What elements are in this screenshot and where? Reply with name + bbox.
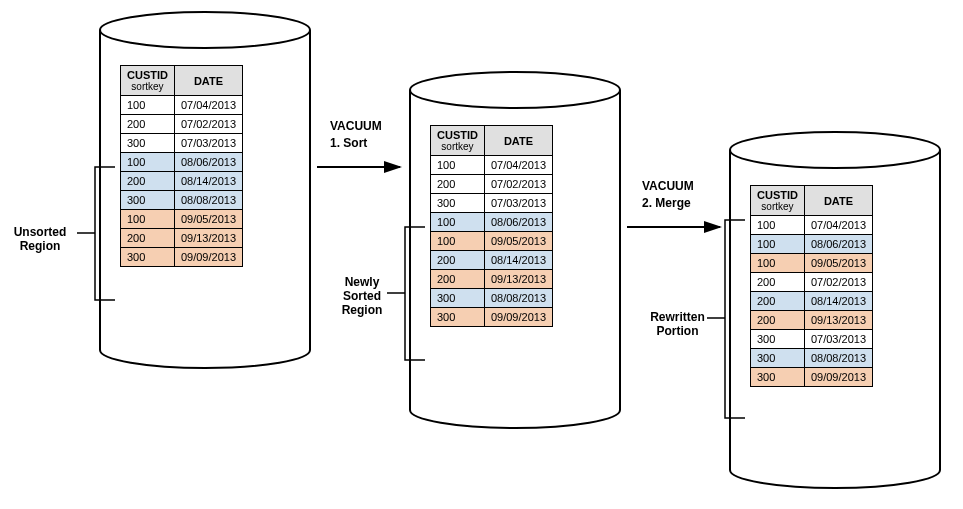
table-before: CUSTIDsortkey DATE 10007/04/201320007/02… <box>120 65 243 267</box>
table-row: 10009/05/2013 <box>431 232 553 251</box>
cell-custid: 300 <box>751 349 805 368</box>
cell-custid: 100 <box>431 232 485 251</box>
cell-date: 07/04/2013 <box>484 156 552 175</box>
table-row: 20008/14/2013 <box>121 172 243 191</box>
cell-date: 09/05/2013 <box>484 232 552 251</box>
table-row: 20008/14/2013 <box>751 292 873 311</box>
cell-date: 09/13/2013 <box>804 311 872 330</box>
table-row: 30007/03/2013 <box>431 194 553 213</box>
cell-date: 08/14/2013 <box>484 251 552 270</box>
cell-custid: 200 <box>121 172 175 191</box>
cell-date: 09/09/2013 <box>174 248 242 267</box>
cell-date: 08/08/2013 <box>174 191 242 210</box>
table-row: 30008/08/2013 <box>431 289 553 308</box>
cell-date: 07/04/2013 <box>804 216 872 235</box>
header-custid: CUSTIDsortkey <box>431 126 485 156</box>
cell-custid: 100 <box>121 96 175 115</box>
table-row: 30008/08/2013 <box>751 349 873 368</box>
cell-custid: 300 <box>751 368 805 387</box>
table-row: 10008/06/2013 <box>751 235 873 254</box>
cell-date: 08/06/2013 <box>484 213 552 232</box>
table-merged: CUSTIDsortkey DATE 10007/04/201310008/06… <box>750 185 873 387</box>
label-rewritten-portion: Rewritten Portion <box>640 310 715 338</box>
cell-date: 07/03/2013 <box>804 330 872 349</box>
cell-custid: 300 <box>121 248 175 267</box>
table-row: 10008/06/2013 <box>121 153 243 172</box>
arrow-sort-icon <box>315 155 410 185</box>
cell-custid: 100 <box>121 210 175 229</box>
label-vacuum-sort: VACUUM 1. Sort <box>330 118 382 152</box>
cell-date: 08/08/2013 <box>804 349 872 368</box>
table-row: 30008/08/2013 <box>121 191 243 210</box>
cell-custid: 200 <box>431 251 485 270</box>
table-row: 20007/02/2013 <box>751 273 873 292</box>
cell-date: 09/13/2013 <box>484 270 552 289</box>
table-row: 30009/09/2013 <box>431 308 553 327</box>
cell-date: 07/03/2013 <box>484 194 552 213</box>
cell-custid: 200 <box>431 175 485 194</box>
cell-custid: 200 <box>121 115 175 134</box>
table-row: 10007/04/2013 <box>431 156 553 175</box>
table-row: 30007/03/2013 <box>751 330 873 349</box>
table-row: 20009/13/2013 <box>431 270 553 289</box>
arrow-merge-icon <box>625 215 730 245</box>
table-row: 20009/13/2013 <box>751 311 873 330</box>
header-date: DATE <box>804 186 872 216</box>
cell-date: 07/03/2013 <box>174 134 242 153</box>
cell-custid: 200 <box>121 229 175 248</box>
cell-date: 08/14/2013 <box>174 172 242 191</box>
table-row: 30007/03/2013 <box>121 134 243 153</box>
svg-point-0 <box>100 12 310 48</box>
cell-custid: 100 <box>121 153 175 172</box>
label-newly-sorted-region: Newly Sorted Region <box>332 275 392 317</box>
cell-custid: 300 <box>431 194 485 213</box>
header-custid: CUSTIDsortkey <box>751 186 805 216</box>
cell-date: 07/02/2013 <box>804 273 872 292</box>
cell-date: 09/05/2013 <box>174 210 242 229</box>
cell-date: 08/08/2013 <box>484 289 552 308</box>
cell-custid: 100 <box>431 156 485 175</box>
cell-date: 08/06/2013 <box>804 235 872 254</box>
table-row: 30009/09/2013 <box>751 368 873 387</box>
svg-point-3 <box>410 72 620 108</box>
header-date: DATE <box>484 126 552 156</box>
table-row: 20009/13/2013 <box>121 229 243 248</box>
table-row: 10009/05/2013 <box>751 254 873 273</box>
table-row: 10009/05/2013 <box>121 210 243 229</box>
cell-custid: 100 <box>751 235 805 254</box>
table-row: 20008/14/2013 <box>431 251 553 270</box>
table-row: 30009/09/2013 <box>121 248 243 267</box>
label-unsorted-region: Unsorted Region <box>0 225 80 253</box>
cell-date: 07/04/2013 <box>174 96 242 115</box>
cell-date: 07/02/2013 <box>484 175 552 194</box>
cell-custid: 300 <box>431 308 485 327</box>
cell-custid: 200 <box>751 292 805 311</box>
cell-custid: 300 <box>121 134 175 153</box>
cell-custid: 300 <box>431 289 485 308</box>
cell-custid: 300 <box>751 330 805 349</box>
cell-custid: 100 <box>751 216 805 235</box>
cell-custid: 200 <box>751 273 805 292</box>
cell-date: 07/02/2013 <box>174 115 242 134</box>
cell-custid: 100 <box>751 254 805 273</box>
cell-custid: 200 <box>751 311 805 330</box>
label-vacuum-merge: VACUUM 2. Merge <box>642 178 694 212</box>
cell-date: 09/05/2013 <box>804 254 872 273</box>
header-custid: CUSTIDsortkey <box>121 66 175 96</box>
table-row: 10008/06/2013 <box>431 213 553 232</box>
table-row: 10007/04/2013 <box>751 216 873 235</box>
cell-custid: 300 <box>121 191 175 210</box>
table-sorted: CUSTIDsortkey DATE 10007/04/201320007/02… <box>430 125 553 327</box>
header-date: DATE <box>174 66 242 96</box>
cell-date: 08/06/2013 <box>174 153 242 172</box>
cell-custid: 100 <box>431 213 485 232</box>
cell-custid: 200 <box>431 270 485 289</box>
cell-date: 09/09/2013 <box>484 308 552 327</box>
bracket-unsorted <box>75 165 120 305</box>
table-row: 10007/04/2013 <box>121 96 243 115</box>
cell-date: 09/13/2013 <box>174 229 242 248</box>
table-row: 20007/02/2013 <box>121 115 243 134</box>
cell-date: 08/14/2013 <box>804 292 872 311</box>
svg-point-6 <box>730 132 940 168</box>
cell-date: 09/09/2013 <box>804 368 872 387</box>
